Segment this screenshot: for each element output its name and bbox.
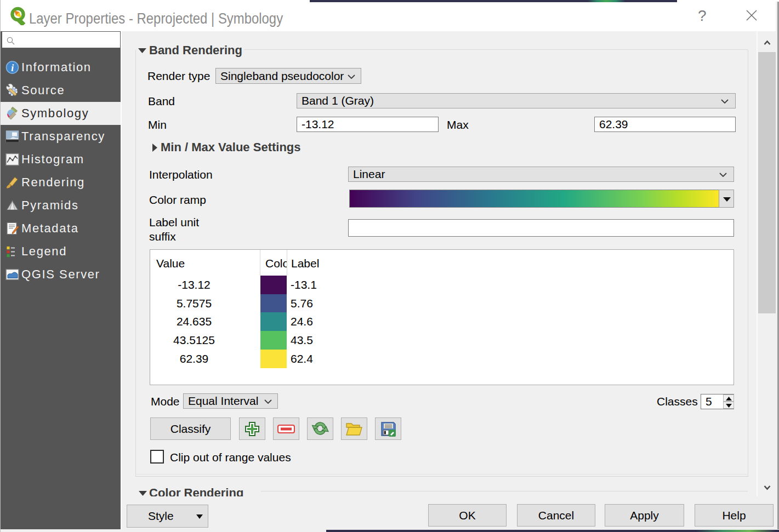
svg-text:i: i bbox=[11, 62, 15, 73]
